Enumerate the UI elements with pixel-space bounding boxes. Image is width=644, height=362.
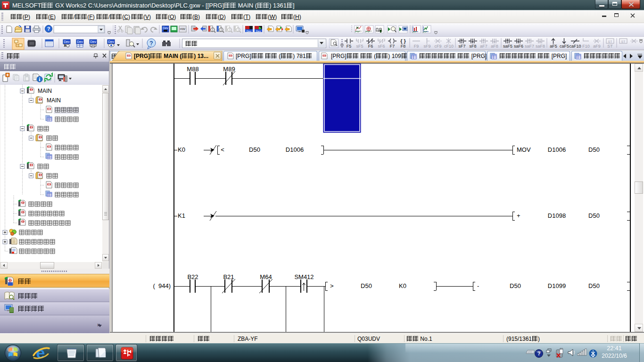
svg-text:D50: D50 <box>361 282 372 289</box>
svg-text:cF9: cF9 <box>434 44 441 49</box>
svg-text:?: ? <box>537 351 541 356</box>
svg-text:aF8: aF8 <box>491 44 498 49</box>
svg-text:F9: F9 <box>414 44 419 49</box>
svg-text:F5: F5 <box>347 44 352 49</box>
svg-text:saF7: saF7 <box>525 44 534 49</box>
svg-text:sF8: sF8 <box>469 44 476 49</box>
svg-text:saF8: saF8 <box>536 44 545 49</box>
svg-text:MOV: MOV <box>517 146 531 153</box>
svg-text:saF5: saF5 <box>503 44 512 49</box>
svg-text:ST: ST <box>607 44 613 49</box>
svg-text:sF5: sF5 <box>356 44 363 49</box>
svg-text:caF10: caF10 <box>569 44 581 49</box>
svg-text:F8: F8 <box>401 44 406 49</box>
svg-text:MAIN: MAIN <box>38 88 52 94</box>
svg-text:B22: B22 <box>187 273 198 280</box>
svg-text:M89: M89 <box>223 66 235 73</box>
svg-text:sF6: sF6 <box>378 44 385 49</box>
svg-text:D50: D50 <box>249 146 260 153</box>
svg-text:-: - <box>477 282 479 289</box>
svg-text:caF5: caF5 <box>560 44 569 49</box>
svg-text:>: > <box>330 282 334 289</box>
svg-text:saF6: saF6 <box>514 44 523 49</box>
svg-text:D50: D50 <box>510 282 521 289</box>
svg-text:B21: B21 <box>223 273 234 280</box>
svg-text:aF9: aF9 <box>593 44 601 49</box>
svg-text:M64: M64 <box>260 273 272 280</box>
svg-text:D1099: D1099 <box>548 282 566 289</box>
svg-text:MAIN: MAIN <box>47 97 61 104</box>
svg-text:K0: K0 <box>178 146 185 153</box>
svg-text:+: + <box>517 212 520 219</box>
svg-text:sF9: sF9 <box>423 44 430 49</box>
svg-text:D1006: D1006 <box>286 146 304 153</box>
svg-text:ST: ST <box>621 40 626 43</box>
svg-text:D50: D50 <box>588 212 600 219</box>
svg-text:M88: M88 <box>187 66 198 73</box>
svg-text:ST: ST <box>608 40 613 43</box>
svg-text:D1098: D1098 <box>548 212 566 219</box>
svg-text:sF7: sF7 <box>458 44 465 49</box>
svg-text:D50: D50 <box>588 282 600 289</box>
svg-text:{ }: { } <box>400 38 406 44</box>
svg-text:K1: K1 <box>178 212 185 219</box>
svg-text:F7: F7 <box>390 44 395 49</box>
svg-text:F10: F10 <box>582 44 590 49</box>
svg-text:F6: F6 <box>368 44 373 49</box>
svg-text:<: < <box>221 146 224 153</box>
svg-text:D50: D50 <box>588 146 600 153</box>
svg-text:aF5: aF5 <box>550 44 557 49</box>
svg-text:( 944): ( 944) <box>153 282 171 289</box>
svg-text:K0: K0 <box>399 282 406 289</box>
svg-text:cF10: cF10 <box>444 44 454 49</box>
svg-text:aF7: aF7 <box>480 44 487 49</box>
svg-text:D1006: D1006 <box>548 146 566 153</box>
svg-text:SM412: SM412 <box>294 273 314 280</box>
